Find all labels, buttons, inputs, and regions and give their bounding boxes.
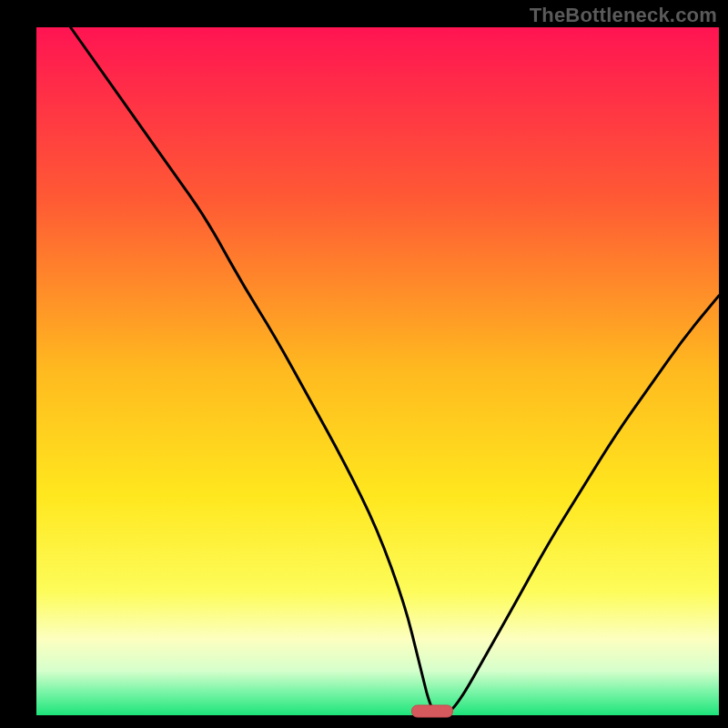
chart-frame: TheBottleneck.com	[0, 0, 728, 728]
plot-background	[36, 27, 719, 715]
optimum-marker	[412, 705, 453, 717]
bottleneck-chart	[0, 0, 728, 728]
